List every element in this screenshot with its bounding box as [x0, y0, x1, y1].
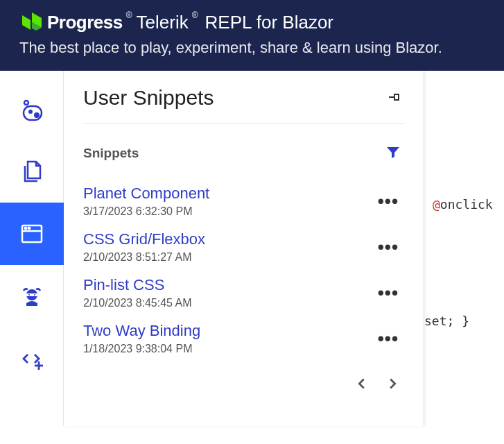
- snippet-row: Pin-list CSS 2/10/2023 8:45:45 AM •••: [83, 269, 404, 315]
- snippet-date: 3/17/2023 6:32:30 PM: [83, 205, 209, 218]
- chevron-right-icon: [385, 383, 400, 393]
- window-icon: [18, 220, 46, 248]
- code-text: set; }: [424, 314, 469, 328]
- filter-button[interactable]: [382, 141, 404, 165]
- pager-prev-button[interactable]: [350, 372, 374, 398]
- brand-subtitle: REPL for Blazor: [205, 12, 333, 33]
- filter-icon: [385, 152, 401, 162]
- brand-telerik-text: Telerik: [137, 12, 189, 33]
- section-header: Snippets: [83, 141, 404, 165]
- snippet-date: 2/10/2023 8:45:45 AM: [83, 297, 192, 309]
- svg-point-6: [25, 228, 26, 229]
- chevron-left-icon: [354, 383, 370, 393]
- panel-title: User Snippets: [83, 86, 214, 110]
- sidebar-item-snippets[interactable]: [0, 203, 64, 265]
- snippet-name[interactable]: CSS Grid/Flexbox: [83, 230, 205, 248]
- code-add-icon: [18, 345, 46, 373]
- more-icon: •••: [378, 328, 399, 349]
- main-area: User Snippets Snippets: [0, 71, 504, 426]
- more-icon: •••: [378, 282, 399, 303]
- sidebar-item-files[interactable]: [0, 140, 64, 203]
- tagline-text: The best place to play, experiment, shar…: [19, 39, 504, 57]
- svg-point-0: [24, 101, 28, 105]
- sidebar: [0, 71, 64, 426]
- snippet-date: 1/18/2023 9:38:04 PM: [83, 343, 200, 355]
- snippet-list: Planet Component 3/17/2023 6:32:30 PM ••…: [83, 178, 404, 361]
- svg-point-2: [28, 110, 33, 114]
- sidebar-item-user[interactable]: [0, 265, 64, 327]
- snippet-name[interactable]: Two Way Binding: [83, 322, 200, 340]
- snippet-row: Two Way Binding 1/18/2023 9:38:04 PM •••: [83, 315, 404, 361]
- sidebar-item-add-code[interactable]: [0, 327, 64, 390]
- svg-point-7: [28, 228, 30, 229]
- code-at: @: [433, 197, 440, 212]
- pager-next-button[interactable]: [381, 372, 404, 398]
- brand-progress-text: Progress: [47, 12, 123, 33]
- snippet-row: Planet Component 3/17/2023 6:32:30 PM ••…: [83, 178, 404, 223]
- more-button[interactable]: •••: [372, 280, 404, 307]
- pager: [83, 372, 404, 398]
- svg-rect-9: [26, 293, 37, 296]
- user-snippets-panel: User Snippets Snippets: [64, 71, 424, 426]
- progress-logo-icon: [19, 10, 44, 35]
- snippet-info: CSS Grid/Flexbox 2/10/2023 8:51:27 AM: [83, 230, 205, 264]
- snippet-info: Pin-list CSS 2/10/2023 8:45:45 AM: [83, 276, 192, 309]
- snippet-name[interactable]: Planet Component: [83, 185, 209, 203]
- snippet-row: CSS Grid/Flexbox 2/10/2023 8:51:27 AM ••…: [83, 223, 404, 269]
- app-header: Progress ® Telerik ® REPL for Blazor The…: [0, 0, 504, 71]
- files-icon: [18, 157, 46, 185]
- more-button[interactable]: •••: [372, 234, 404, 261]
- sidebar-item-nuget[interactable]: [0, 78, 64, 140]
- svg-point-3: [34, 112, 40, 118]
- more-button[interactable]: •••: [372, 325, 404, 352]
- more-button[interactable]: •••: [372, 188, 404, 215]
- pin-icon: [388, 96, 401, 106]
- snippet-date: 2/10/2023 8:51:27 AM: [83, 251, 205, 264]
- trademark-symbol: ®: [126, 10, 132, 20]
- section-title: Snippets: [83, 146, 139, 161]
- package-icon: [18, 95, 46, 123]
- panel-header: User Snippets: [83, 86, 404, 124]
- trademark-symbol: ®: [192, 10, 198, 20]
- more-icon: •••: [378, 191, 399, 212]
- snippet-name[interactable]: Pin-list CSS: [83, 276, 192, 294]
- brand-row: Progress ® Telerik ® REPL for Blazor: [19, 10, 504, 35]
- svg-point-10: [28, 294, 30, 296]
- more-icon: •••: [378, 237, 399, 257]
- svg-rect-1: [24, 106, 42, 120]
- code-text: onclick: [440, 197, 493, 212]
- snippet-info: Two Way Binding 1/18/2023 9:38:04 PM: [83, 322, 200, 355]
- snippet-info: Planet Component 3/17/2023 6:32:30 PM: [83, 185, 209, 218]
- svg-point-11: [34, 294, 35, 296]
- pin-button[interactable]: [385, 87, 404, 109]
- ninja-icon: [18, 282, 46, 310]
